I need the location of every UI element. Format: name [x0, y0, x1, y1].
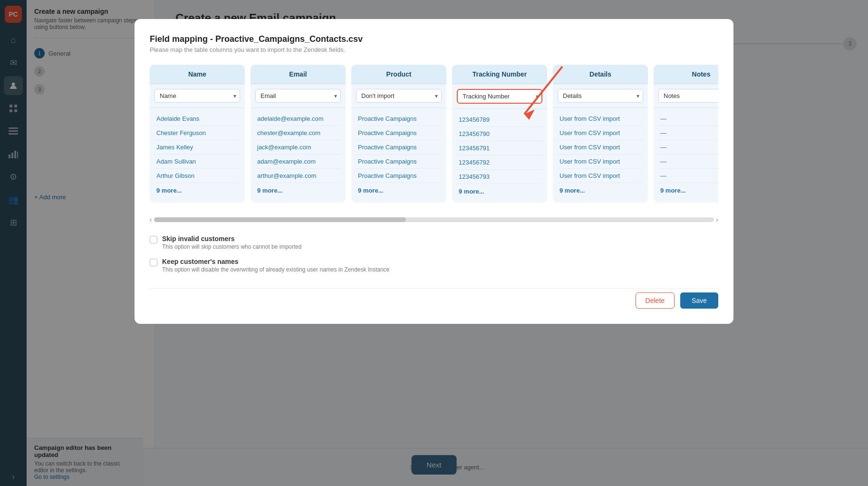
col-more-1[interactable]: 9 more...	[255, 183, 341, 198]
col-more-3[interactable]: 9 more...	[457, 184, 542, 199]
col-more-0[interactable]: 9 more...	[154, 183, 240, 198]
cell-0-2: James Kelley	[154, 140, 240, 155]
col-header-1: Email	[251, 65, 346, 84]
modal-footer: Delete Save	[150, 288, 718, 309]
option-text-1: Keep customer's namesThis option will di…	[162, 258, 389, 273]
scroll-left-arrow[interactable]: ‹	[150, 216, 152, 224]
cell-1-3: adam@example.com	[255, 155, 341, 169]
delete-button[interactable]: Delete	[636, 292, 675, 309]
option-desc-0: This option will skip customers who cann…	[162, 243, 301, 250]
option-item-1: Keep customer's namesThis option will di…	[150, 258, 718, 273]
modal-subtitle: Please map the table columns you want to…	[150, 46, 718, 53]
cell-0-0: Adelaide Evans	[154, 112, 240, 126]
field-col-tracking-number: Tracking NumberNameEmailDon't importTrac…	[452, 65, 547, 203]
cell-1-2: jack@example.com	[255, 140, 341, 155]
col-more-2[interactable]: 9 more...	[356, 183, 442, 198]
field-col-notes: NotesNameEmailDon't importTracking Numbe…	[654, 65, 718, 203]
col-select-2[interactable]: NameEmailDon't importTracking NumberDeta…	[356, 89, 442, 103]
cell-4-2: User from CSV import	[558, 140, 643, 155]
col-header-4: Details	[553, 65, 648, 84]
option-label-1: Keep customer's names	[162, 258, 389, 265]
col-select-1[interactable]: NameEmailDon't importTracking NumberDeta…	[255, 89, 341, 103]
option-item-0: Skip invalid customersThis option will s…	[150, 235, 718, 250]
cell-3-4: 123456793	[457, 170, 542, 184]
cell-1-4: arthur@example.com	[255, 169, 341, 183]
field-col-product: ProductNameEmailDon't importTracking Num…	[351, 65, 446, 203]
col-header-0: Name	[150, 65, 245, 84]
cell-0-3: Adam Sullivan	[154, 155, 240, 169]
cell-5-3: —	[658, 155, 718, 169]
cell-4-0: User from CSV import	[558, 112, 643, 126]
cell-2-4: Proactive Campaigns	[356, 169, 442, 183]
cell-4-1: User from CSV import	[558, 126, 643, 140]
option-checkbox-1[interactable]	[150, 259, 157, 266]
col-header-5: Notes	[654, 65, 718, 84]
option-label-0: Skip invalid customers	[162, 235, 301, 243]
option-desc-1: This option will disable the overwriting…	[162, 266, 389, 273]
cell-5-2: —	[658, 140, 718, 155]
cell-2-1: Proactive Campaigns	[356, 126, 442, 140]
col-header-2: Product	[351, 65, 446, 84]
cell-3-0: 123456789	[457, 113, 542, 127]
cell-4-4: User from CSV import	[558, 169, 643, 183]
col-select-5[interactable]: NameEmailDon't importTracking NumberDeta…	[658, 89, 718, 103]
save-button[interactable]: Save	[680, 292, 718, 309]
cell-5-4: —	[658, 169, 718, 183]
cell-0-1: Chester Ferguson	[154, 126, 240, 140]
col-body-3: 1234567891234567901234567911234567921234…	[452, 109, 547, 203]
cell-3-2: 123456791	[457, 141, 542, 156]
col-header-3: Tracking Number	[452, 65, 547, 84]
col-more-4[interactable]: 9 more...	[558, 183, 643, 198]
cell-3-1: 123456790	[457, 127, 542, 141]
field-col-name: NameNameEmailDon't importTracking Number…	[150, 65, 245, 203]
modal-title: Field mapping - Proactive_Campaigns_Cont…	[150, 34, 718, 44]
cell-0-4: Arthur Gibson	[154, 169, 240, 183]
col-select-4[interactable]: NameEmailDon't importTracking NumberDeta…	[558, 89, 643, 103]
cell-2-2: Proactive Campaigns	[356, 140, 442, 155]
option-checkbox-0[interactable]	[150, 236, 157, 243]
scroll-right-arrow[interactable]: ›	[716, 216, 718, 224]
option-text-0: Skip invalid customersThis option will s…	[162, 235, 301, 250]
cell-3-3: 123456792	[457, 156, 542, 170]
field-col-email: EmailNameEmailDon't importTracking Numbe…	[251, 65, 346, 203]
col-body-2: Proactive CampaignsProactive CampaignsPr…	[351, 108, 446, 202]
scroll-thumb	[154, 217, 406, 222]
cell-5-1: —	[658, 126, 718, 140]
col-body-5: —————9 more...	[654, 108, 718, 202]
options-section: Skip invalid customersThis option will s…	[150, 231, 718, 288]
cell-2-3: Proactive Campaigns	[356, 155, 442, 169]
cell-2-0: Proactive Campaigns	[356, 112, 442, 126]
modal-dialog: Field mapping - Proactive_Campaigns_Cont…	[135, 19, 733, 324]
field-mapping-grid: NameNameEmailDon't importTracking Number…	[150, 65, 718, 206]
cell-1-0: adelaide@example.com	[255, 112, 341, 126]
col-body-0: Adelaide EvansChester FergusonJames Kell…	[150, 108, 245, 202]
field-col-details: DetailsNameEmailDon't importTracking Num…	[553, 65, 648, 203]
cell-4-3: User from CSV import	[558, 155, 643, 169]
col-more-5[interactable]: 9 more...	[658, 183, 718, 198]
col-body-1: adelaide@example.comchester@example.comj…	[251, 108, 346, 202]
cell-1-1: chester@example.com	[255, 126, 341, 140]
modal-overlay: Field mapping - Proactive_Campaigns_Cont…	[0, 0, 868, 486]
col-select-3[interactable]: NameEmailDon't importTracking NumberDeta…	[457, 89, 542, 104]
col-body-4: User from CSV importUser from CSV import…	[553, 108, 648, 202]
field-mapping-scroll[interactable]: NameNameEmailDon't importTracking Number…	[150, 65, 718, 206]
col-select-0[interactable]: NameEmailDon't importTracking NumberDeta…	[154, 89, 240, 103]
cell-5-0: —	[658, 112, 718, 126]
